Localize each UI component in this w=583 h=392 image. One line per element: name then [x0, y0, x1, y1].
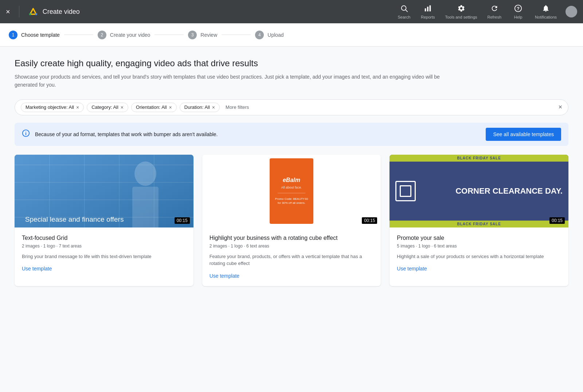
- card-3-top: BLACK FRIDAY SALE: [390, 155, 568, 162]
- filter-category-clear[interactable]: ×: [121, 104, 124, 110]
- step-connector-3: [222, 35, 251, 35]
- svg-point-13: [26, 132, 26, 132]
- filter-duration-label: Duration: All: [184, 104, 210, 110]
- card-3-icon-inner: [400, 185, 411, 197]
- filter-marketing-clear[interactable]: ×: [76, 104, 79, 110]
- filter-duration-clear[interactable]: ×: [212, 104, 215, 110]
- tools-icon: [457, 4, 465, 14]
- template-card-1: Special lease and finance offers 00:15 T…: [15, 155, 193, 286]
- card-2-divider: [278, 193, 306, 193]
- refresh-label: Refresh: [488, 15, 502, 19]
- card-3-icon: [395, 181, 416, 201]
- help-label: Help: [514, 15, 523, 19]
- card-3-mid: CORNER CLEARANCE DAY.: [390, 162, 568, 221]
- notifications-icon: [542, 4, 550, 14]
- step-4-label: Upload: [267, 32, 283, 38]
- tools-action[interactable]: Tools and settings: [441, 1, 481, 22]
- step-2-label: Create your video: [110, 32, 150, 38]
- reports-action[interactable]: Reports: [416, 1, 439, 22]
- hero-subtitle: Showcase your products and services, and…: [15, 73, 452, 89]
- reports-icon: [424, 4, 432, 14]
- card-3-duration: 00:15: [549, 217, 565, 224]
- card-1-meta: 2 images · 1 logo · 7 text areas: [22, 243, 186, 249]
- svg-text:?: ?: [517, 5, 520, 11]
- svg-rect-8: [430, 5, 431, 11]
- card-2-sub: All about face.: [281, 186, 302, 189]
- svg-rect-24: [132, 187, 159, 227]
- svg-point-23: [134, 161, 156, 186]
- card-1-desc: Bring your brand message to life with th…: [22, 253, 186, 260]
- step-4: 4 Upload: [255, 31, 283, 39]
- help-icon: ?: [514, 4, 522, 14]
- more-filters-button[interactable]: More filters: [223, 103, 252, 111]
- main-content: Easily create high quality, engaging vid…: [0, 47, 583, 392]
- svg-rect-6: [425, 8, 426, 11]
- step-2-number: 2: [98, 31, 106, 39]
- cards-grid: Special lease and finance offers 00:15 T…: [15, 155, 568, 286]
- step-3: 3 Review: [188, 31, 217, 39]
- header: × Create video Search Reports: [0, 0, 583, 23]
- info-icon: [22, 129, 30, 139]
- header-title: Create video: [43, 8, 80, 16]
- svg-rect-7: [427, 7, 429, 11]
- avatar[interactable]: [566, 6, 577, 17]
- search-icon: [400, 4, 408, 14]
- card-3-title: Promote your sale: [397, 235, 561, 241]
- svg-point-2: [35, 13, 37, 15]
- clear-all-button[interactable]: ×: [558, 103, 562, 111]
- search-action[interactable]: Search: [393, 1, 415, 22]
- see-all-templates-button[interactable]: See all available templates: [486, 128, 561, 141]
- card-1-title: Text-focused Grid: [22, 235, 186, 241]
- svg-line-5: [406, 10, 407, 12]
- info-banner: Because of your ad format, templates tha…: [15, 123, 568, 146]
- card-3-sale-text: CORNER CLEARANCE DAY.: [455, 187, 563, 195]
- google-ads-logo: [28, 7, 38, 17]
- notifications-label: Notifications: [535, 15, 557, 19]
- step-2: 2 Create your video: [98, 31, 150, 39]
- step-3-label: Review: [200, 32, 217, 38]
- refresh-action[interactable]: Refresh: [483, 1, 506, 22]
- card-3-bottom: BLACK FRIDAY SALE: [390, 221, 568, 227]
- card-1-duration: 00:15: [175, 217, 190, 224]
- refresh-icon: [490, 4, 498, 14]
- template-card-2: eBalm All about face. Promo Code: BEAUTY…: [202, 155, 381, 286]
- card-2-thumbnail: eBalm All about face. Promo Code: BEAUTY…: [202, 155, 381, 227]
- reports-label: Reports: [421, 15, 435, 19]
- close-button[interactable]: ×: [6, 8, 10, 15]
- step-1: 1 Choose template: [9, 31, 60, 39]
- filter-marketing-objective[interactable]: Marketing objective: All ×: [21, 103, 84, 112]
- card-2-meta: 2 images · 1 logo · 6 text areas: [210, 243, 374, 249]
- header-divider: [19, 6, 19, 17]
- hero-title: Easily create high quality, engaging vid…: [15, 58, 568, 68]
- svg-text:Special lease and finance offe: Special lease and finance offers: [25, 215, 124, 223]
- card-2-use-template[interactable]: Use template: [210, 273, 239, 279]
- filter-category[interactable]: Category: All ×: [87, 103, 128, 112]
- card-1-thumbnail: Special lease and finance offers 00:15: [15, 155, 193, 227]
- card-2-duration: 00:15: [362, 217, 377, 224]
- step-connector-2: [154, 35, 184, 35]
- filter-orientation-clear[interactable]: ×: [169, 104, 172, 110]
- notifications-action[interactable]: Notifications: [531, 1, 561, 22]
- help-action[interactable]: ? Help: [507, 1, 529, 22]
- search-label: Search: [398, 15, 411, 19]
- card-1-body: Text-focused Grid 2 images · 1 logo · 7 …: [15, 227, 193, 279]
- filter-orientation-label: Orientation: All: [136, 104, 167, 110]
- filter-category-label: Category: All: [91, 104, 118, 110]
- stepper-bar: 1 Choose template 2 Create your video 3 …: [0, 23, 583, 47]
- card-3-body: Promote your sale 5 images · 1 logo · 6 …: [390, 227, 568, 279]
- card-2-desc: Feature your brand, products, or offers …: [210, 253, 374, 267]
- stepper: 1 Choose template 2 Create your video 3 …: [9, 31, 284, 39]
- card-3-desc: Highlight a sale of your products or ser…: [397, 253, 561, 260]
- template-card-3: BLACK FRIDAY SALE CORNER CLEARANCE DAY. …: [390, 155, 568, 286]
- filter-duration[interactable]: Duration: All ×: [180, 103, 220, 112]
- step-4-number: 4: [255, 31, 264, 39]
- filter-orientation[interactable]: Orientation: All ×: [131, 103, 177, 112]
- card-3-use-template[interactable]: Use template: [397, 266, 427, 272]
- filters-row: Marketing objective: All × Category: All…: [15, 99, 568, 115]
- info-banner-text: Because of your ad format, templates tha…: [35, 131, 481, 137]
- header-left: × Create video: [6, 6, 80, 17]
- step-3-number: 3: [188, 31, 197, 39]
- card-3-meta: 5 images · 1 logo · 6 text areas: [397, 243, 561, 249]
- card-1-use-template[interactable]: Use template: [22, 266, 52, 272]
- card-2-brand: eBalm: [283, 177, 300, 183]
